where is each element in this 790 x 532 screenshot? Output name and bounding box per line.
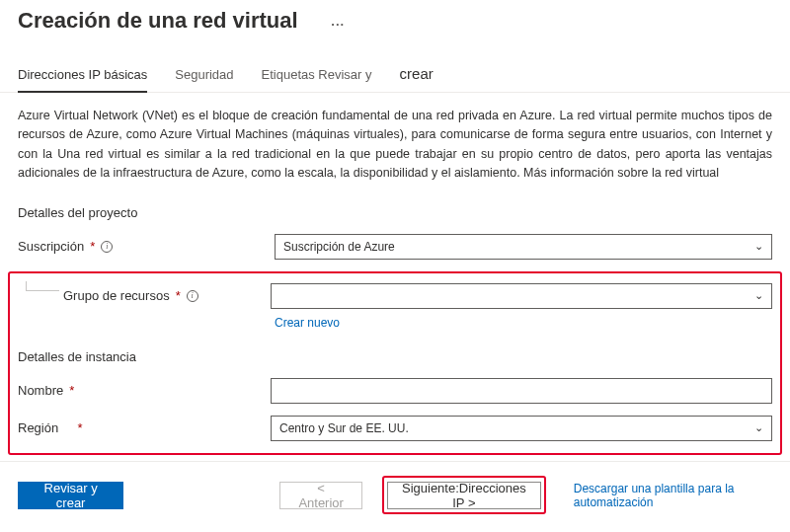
next-button[interactable]: Siguiente:Direcciones IP >: [387, 482, 541, 509]
tab-basics[interactable]: Direcciones IP básicas: [18, 67, 147, 92]
section-instance-details: Detalles de instancia: [18, 349, 772, 364]
page-title: Creación de una red virtual: [18, 8, 298, 34]
tab-strip: Direcciones IP básicas Seguridad Etiquet…: [0, 65, 790, 93]
review-create-button[interactable]: Revisar y crear: [18, 482, 123, 509]
chevron-down-icon: ⌄: [754, 240, 763, 253]
chevron-down-icon: ⌄: [754, 421, 763, 434]
tree-indent-icon: [26, 281, 59, 291]
region-label: Región *: [18, 420, 271, 435]
next-button-highlight: Siguiente:Direcciones IP >: [382, 476, 546, 514]
resource-group-select[interactable]: ⌄: [271, 283, 772, 309]
overflow-menu[interactable]: ···: [331, 17, 345, 32]
subscription-select[interactable]: Suscripción de Azure ⌄: [275, 234, 772, 260]
info-icon[interactable]: i: [101, 241, 113, 253]
tab-security[interactable]: Seguridad: [175, 67, 233, 92]
download-template-link[interactable]: Descargar una plantilla para la automati…: [574, 482, 772, 509]
create-new-link[interactable]: Crear nuevo: [275, 316, 340, 330]
subscription-label: Suscripción* i: [18, 239, 275, 254]
name-label: Nombre*: [18, 383, 271, 398]
previous-button[interactable]: < Anterior: [279, 482, 362, 509]
chevron-down-icon: ⌄: [754, 289, 763, 302]
tab-tags-review[interactable]: Etiquetas Revisar y: [262, 67, 372, 92]
info-icon[interactable]: i: [187, 290, 198, 302]
section-project-details: Detalles del proyecto: [18, 205, 772, 220]
description-text: Azure Virtual Network (VNet) es el bloqu…: [18, 107, 772, 184]
highlighted-region: Grupo de recursos * i ⌄ Crear nuevo Deta…: [8, 271, 782, 455]
name-input[interactable]: [271, 378, 772, 404]
subscription-value: Suscripción de Azure: [283, 240, 395, 254]
tab-create[interactable]: crear: [400, 65, 434, 92]
footer-bar: Revisar y crear < Anterior Siguiente:Dir…: [0, 461, 790, 532]
region-value: Centro y Sur de EE. UU.: [279, 421, 409, 435]
region-select[interactable]: Centro y Sur de EE. UU. ⌄: [271, 416, 772, 441]
